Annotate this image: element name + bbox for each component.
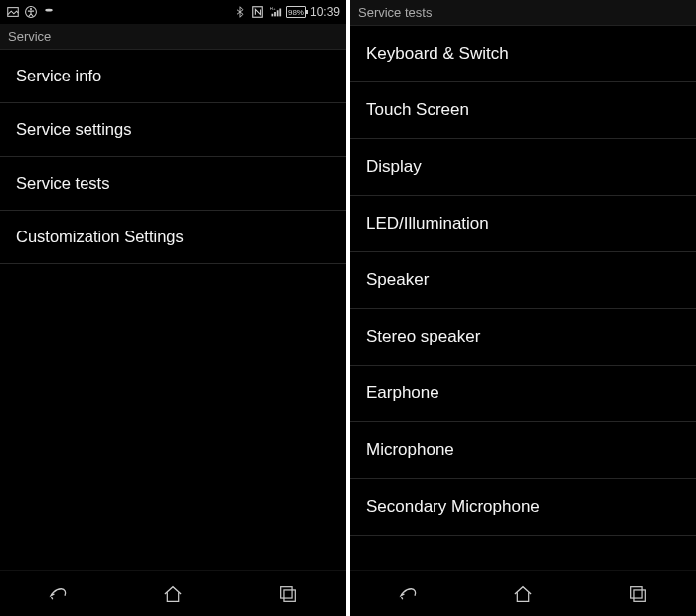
item-service-info[interactable]: Service info bbox=[0, 50, 346, 103]
image-icon bbox=[6, 5, 20, 19]
list-item-label: Display bbox=[366, 157, 422, 176]
item-microphone[interactable]: Microphone bbox=[350, 422, 696, 479]
list-item-label: Service info bbox=[16, 67, 101, 84]
item-earphone[interactable]: Earphone bbox=[350, 366, 696, 422]
recent-button[interactable] bbox=[272, 578, 304, 610]
status-time: 10:39 bbox=[310, 5, 340, 19]
nfc-icon bbox=[251, 5, 264, 19]
signal-icon: H+ bbox=[268, 5, 282, 19]
svg-rect-12 bbox=[631, 586, 642, 597]
header-title: Service tests bbox=[358, 5, 432, 20]
item-keyboard-switch[interactable]: Keyboard & Switch bbox=[350, 26, 696, 82]
list-item-label: Touch Screen bbox=[366, 100, 469, 119]
item-led-illumination[interactable]: LED/Illumination bbox=[350, 196, 696, 252]
back-button[interactable] bbox=[42, 578, 74, 610]
home-button[interactable] bbox=[157, 578, 189, 610]
screen-header-left: Service bbox=[0, 24, 346, 50]
service-tests-list: Keyboard & Switch Touch Screen Display L… bbox=[350, 26, 696, 570]
status-right: H+ 98% 10:39 bbox=[233, 5, 340, 19]
nav-bar-left bbox=[0, 570, 346, 616]
svg-rect-11 bbox=[284, 589, 295, 600]
list-item-label: Customization Settings bbox=[16, 228, 184, 245]
service-list: Service info Service settings Service te… bbox=[0, 50, 346, 570]
screen-right: Service tests Keyboard & Switch Touch Sc… bbox=[350, 0, 696, 616]
list-item-label: Service settings bbox=[16, 120, 131, 138]
nav-bar-right bbox=[350, 570, 696, 616]
list-item-label: Microphone bbox=[366, 440, 454, 459]
back-button[interactable] bbox=[392, 578, 424, 610]
home-button[interactable] bbox=[507, 578, 539, 610]
svg-rect-8 bbox=[277, 10, 279, 16]
svg-rect-13 bbox=[634, 589, 645, 600]
item-customization-settings[interactable]: Customization Settings bbox=[0, 211, 346, 264]
screen-left: H+ 98% 10:39 Service Service info Servic… bbox=[0, 0, 346, 616]
list-item-label: Speaker bbox=[366, 270, 429, 289]
item-stereo-speaker[interactable]: Stereo speaker bbox=[350, 309, 696, 366]
svg-rect-7 bbox=[274, 12, 276, 16]
list-item-label: Keyboard & Switch bbox=[366, 44, 509, 63]
item-service-settings[interactable]: Service settings bbox=[0, 103, 346, 157]
svg-point-3 bbox=[45, 9, 53, 12]
item-display[interactable]: Display bbox=[350, 139, 696, 196]
battery-icon: 98% bbox=[286, 6, 306, 18]
ellipse-icon bbox=[42, 5, 56, 19]
list-item-label: Stereo speaker bbox=[366, 327, 480, 346]
item-touch-screen[interactable]: Touch Screen bbox=[350, 82, 696, 139]
list-item-label: LED/Illumination bbox=[366, 214, 489, 232]
list-item-label: Earphone bbox=[366, 384, 439, 402]
svg-text:H+: H+ bbox=[270, 6, 276, 11]
battery-percent: 98% bbox=[288, 8, 304, 17]
item-secondary-microphone[interactable]: Secondary Microphone bbox=[350, 479, 696, 536]
item-service-tests[interactable]: Service tests bbox=[0, 157, 346, 211]
item-speaker[interactable]: Speaker bbox=[350, 252, 696, 309]
svg-point-2 bbox=[30, 8, 32, 10]
svg-rect-6 bbox=[271, 14, 273, 17]
accessibility-icon bbox=[24, 5, 38, 19]
status-left bbox=[6, 5, 56, 19]
screen-header-right: Service tests bbox=[350, 0, 696, 26]
list-item-label: Secondary Microphone bbox=[366, 497, 540, 516]
header-title: Service bbox=[8, 29, 51, 44]
svg-rect-10 bbox=[281, 586, 292, 597]
status-bar: H+ 98% 10:39 bbox=[0, 0, 346, 24]
bluetooth-icon bbox=[233, 5, 247, 19]
list-item-label: Service tests bbox=[16, 174, 109, 192]
recent-button[interactable] bbox=[622, 578, 654, 610]
svg-rect-9 bbox=[279, 9, 281, 17]
